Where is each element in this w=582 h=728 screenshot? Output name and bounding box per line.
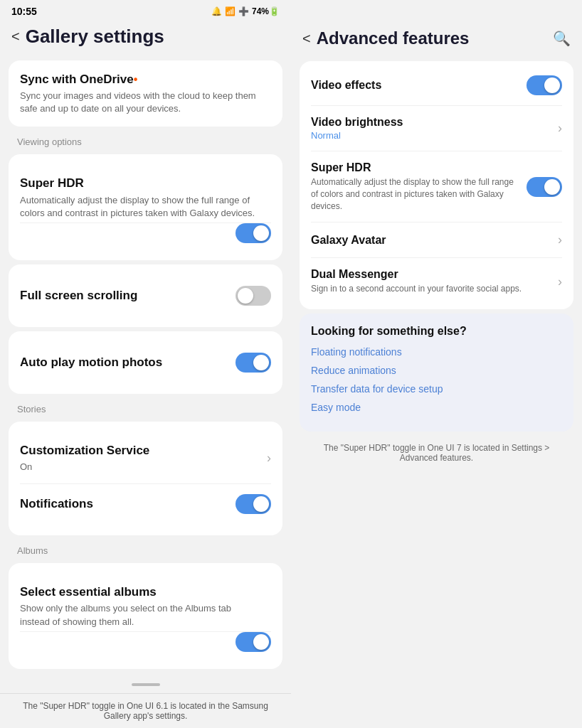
status-icons: 🔔 📶 ➕ 74%🔋 [211, 6, 280, 16]
looking-title: Looking for something else? [311, 325, 562, 338]
video-brightness-text: Video brightness Normal [311, 116, 558, 141]
super-hdr-card: Super HDR Automatically adjust the displ… [9, 154, 282, 259]
full-screen-title: Full screen scrolling [20, 288, 137, 304]
right-back-button[interactable]: < [302, 31, 311, 47]
right-bottom-caption: The "Super HDR" toggle in One UI 7 is lo… [300, 436, 573, 474]
super-hdr-title: Super HDR [20, 176, 263, 191]
chevron-right-icon: › [558, 274, 562, 289]
auto-play-title: Auto play motion photos [20, 355, 162, 370]
onedrive-dot: • [134, 73, 138, 85]
right-header-left: < Advanced features [302, 28, 469, 48]
stories-card: Customization Service On › Notifications [9, 422, 282, 535]
right-content[interactable]: Video effects Video brightness Normal › … [291, 57, 582, 728]
section-stories-label: Stories [0, 398, 291, 417]
left-bottom-caption: The "Super HDR" toggle in One UI 6.1 is … [0, 693, 291, 728]
left-scroll-area[interactable]: Sync with OneDrive• Sync your images and… [0, 56, 291, 693]
video-brightness-subtitle: Normal [311, 130, 551, 141]
section-viewing-label: Viewing options [0, 131, 291, 150]
customization-subtitle: On [20, 461, 258, 473]
super-hdr-right-desc: Automatically adjust the display to show… [311, 176, 519, 212]
search-icon[interactable]: 🔍 [553, 30, 571, 47]
toggle-knob [544, 179, 560, 195]
wifi-icon: 📶 [225, 6, 236, 16]
left-panel: 10:55 🔔 📶 ➕ 74%🔋 < Gallery settings Sync… [0, 0, 291, 728]
onedrive-title: Sync with OneDrive• [20, 72, 271, 87]
full-screen-row: Full screen scrolling [20, 276, 271, 316]
onedrive-desc: Sync your images and videos with the clo… [20, 90, 271, 115]
reduce-animations-link[interactable]: Reduce animations [311, 365, 562, 376]
video-brightness-row[interactable]: Video brightness Normal › [311, 106, 562, 151]
toggle-knob [253, 225, 269, 241]
video-brightness-title: Video brightness [311, 116, 551, 129]
page-title: Gallery settings [26, 26, 164, 48]
super-hdr-right-title: Super HDR [311, 161, 519, 174]
notifications-toggle[interactable] [236, 494, 271, 514]
super-hdr-desc: Automatically adjust the display to show… [20, 194, 263, 220]
video-effects-toggle[interactable] [527, 75, 562, 95]
select-albums-desc: Show only the albums you select on the A… [20, 602, 263, 628]
chevron-right-icon: › [267, 451, 271, 466]
looking-card: Looking for something else? Floating not… [300, 314, 573, 432]
galaxy-avatar-row[interactable]: Galaxy Avatar › [311, 223, 562, 258]
dual-messenger-title: Dual Messenger [311, 268, 551, 281]
select-albums-toggle[interactable] [236, 632, 271, 652]
full-screen-card: Full screen scrolling [9, 264, 282, 327]
auto-play-row: Auto play motion photos [20, 343, 271, 382]
status-bar: 10:55 🔔 📶 ➕ 74%🔋 [0, 0, 291, 20]
albums-card: Select essential albums Show only the al… [9, 563, 282, 668]
super-hdr-row: Super HDR Automatically adjust the displ… [20, 166, 271, 223]
toggle-knob [238, 288, 253, 304]
customization-row[interactable]: Customization Service On › [20, 433, 271, 484]
super-hdr-toggle[interactable] [236, 223, 271, 243]
super-hdr-right-text: Super HDR Automatically adjust the displ… [311, 161, 527, 212]
dual-messenger-row[interactable]: Dual Messenger Sign in to a second accou… [311, 258, 562, 305]
super-hdr-text: Super HDR Automatically adjust the displ… [20, 176, 271, 219]
notifications-row: Notifications [20, 484, 271, 524]
back-button[interactable]: < [11, 28, 20, 45]
dual-messenger-text: Dual Messenger Sign in to a second accou… [311, 268, 558, 295]
right-page-title: Advanced features [317, 28, 470, 48]
full-screen-toggle[interactable] [236, 286, 271, 306]
select-albums-title: Select essential albums [20, 584, 263, 600]
select-albums-text: Select essential albums Show only the al… [20, 584, 271, 628]
select-albums-row: Select essential albums Show only the al… [20, 574, 271, 631]
right-header: < Advanced features 🔍 [291, 0, 582, 57]
notification-icon: 🔔 [211, 6, 222, 16]
toggle-knob [253, 496, 269, 512]
auto-play-toggle[interactable] [236, 353, 271, 373]
left-header: < Gallery settings [0, 20, 291, 56]
super-hdr-right-row: Super HDR Automatically adjust the displ… [311, 151, 562, 223]
video-effects-title: Video effects [311, 79, 381, 92]
toggle-knob [253, 634, 269, 650]
dual-messenger-desc: Sign in to a second account in your favo… [311, 283, 551, 295]
scroll-indicator [132, 683, 160, 686]
super-hdr-right-toggle[interactable] [527, 177, 562, 197]
onedrive-card: Sync with OneDrive• Sync your images and… [9, 60, 282, 127]
right-panel: < Advanced features 🔍 Video effects Vide… [291, 0, 582, 728]
toggle-knob [253, 355, 269, 370]
customization-title: Customization Service [20, 443, 258, 459]
easy-mode-link[interactable]: Easy mode [311, 402, 562, 413]
battery-level: 74%🔋 [252, 6, 280, 16]
notifications-title: Notifications [20, 496, 93, 512]
transfer-data-link[interactable]: Transfer data for device setup [311, 383, 562, 395]
bluetooth-icon: ➕ [238, 6, 249, 16]
status-time: 10:55 [11, 6, 37, 17]
customization-text: Customization Service On [20, 443, 267, 473]
floating-notifications-link[interactable]: Floating notifications [311, 346, 562, 358]
toggle-knob [544, 77, 560, 93]
right-main-card: Video effects Video brightness Normal › … [300, 61, 573, 309]
video-effects-row: Video effects [311, 65, 562, 106]
auto-play-card: Auto play motion photos [9, 331, 282, 394]
chevron-right-icon: › [558, 232, 562, 247]
section-albums-label: Albums [0, 540, 291, 559]
chevron-right-icon: › [558, 121, 562, 136]
galaxy-avatar-title: Galaxy Avatar [311, 234, 386, 247]
